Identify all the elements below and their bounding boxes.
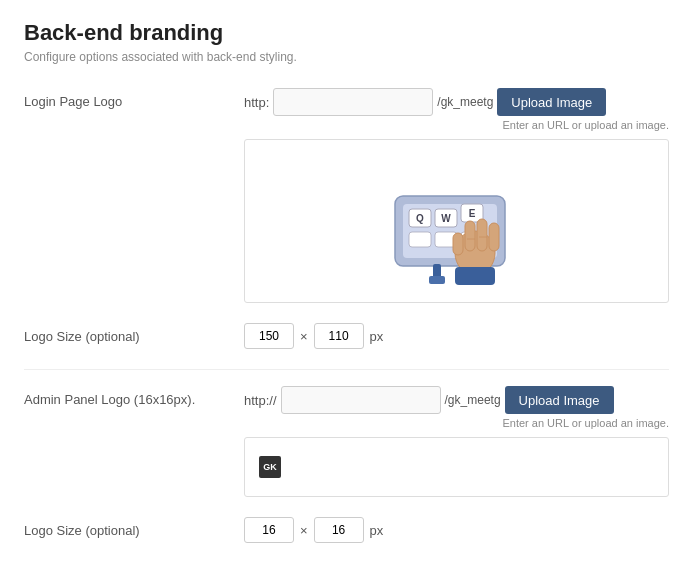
login-upload-button[interactable]: Upload Image bbox=[497, 88, 606, 116]
page-title: Back-end branding bbox=[24, 20, 669, 46]
svg-text:E: E bbox=[468, 208, 475, 219]
section-divider bbox=[24, 369, 669, 370]
login-size-px: px bbox=[370, 329, 384, 344]
svg-rect-15 bbox=[477, 219, 487, 251]
login-logo-preview: Q W E bbox=[244, 139, 669, 303]
admin-url-suffix: /gk_meetg bbox=[445, 393, 501, 407]
svg-text:W: W bbox=[441, 213, 451, 224]
admin-url-input[interactable] bbox=[281, 386, 441, 414]
login-size-x: × bbox=[300, 329, 308, 344]
page-subtitle: Configure options associated with back-e… bbox=[24, 50, 669, 64]
admin-width-input[interactable] bbox=[244, 517, 294, 543]
svg-rect-16 bbox=[489, 223, 499, 251]
login-url-suffix: /gk_meetg bbox=[437, 95, 493, 109]
admin-size-inputs: × px bbox=[244, 517, 669, 543]
login-size-control: × px bbox=[244, 323, 669, 349]
keyboard-preview-image: Q W E bbox=[377, 156, 537, 286]
svg-rect-14 bbox=[465, 221, 475, 251]
svg-rect-20 bbox=[455, 267, 495, 285]
login-logo-row: Login Page Logo http: /gk_meetg Upload I… bbox=[24, 88, 669, 303]
gk-icon-text: GK bbox=[263, 462, 277, 472]
login-width-input[interactable] bbox=[244, 323, 294, 349]
login-logo-input-row: http: /gk_meetg Upload Image bbox=[244, 88, 669, 116]
admin-size-row: Logo Size (optional) × px bbox=[24, 517, 669, 543]
login-size-label: Logo Size (optional) bbox=[24, 323, 244, 344]
gk-brand-icon: GK bbox=[259, 456, 281, 478]
admin-size-label: Logo Size (optional) bbox=[24, 517, 244, 538]
login-upload-hint: Enter an URL or upload an image. bbox=[244, 119, 669, 131]
svg-rect-17 bbox=[453, 233, 463, 255]
svg-rect-12 bbox=[429, 276, 445, 284]
login-url-prefix: http: bbox=[244, 95, 269, 110]
admin-size-x: × bbox=[300, 523, 308, 538]
admin-logo-control: http:// /gk_meetg Upload Image Enter an … bbox=[244, 386, 669, 497]
admin-logo-label: Admin Panel Logo (16x16px). bbox=[24, 386, 244, 407]
admin-logo-preview: GK bbox=[244, 437, 669, 497]
admin-url-prefix: http:// bbox=[244, 393, 277, 408]
admin-height-input[interactable] bbox=[314, 517, 364, 543]
svg-rect-8 bbox=[409, 232, 431, 247]
login-url-input[interactable] bbox=[273, 88, 433, 116]
login-logo-control: http: /gk_meetg Upload Image Enter an UR… bbox=[244, 88, 669, 303]
svg-text:Q: Q bbox=[416, 213, 424, 224]
admin-upload-hint: Enter an URL or upload an image. bbox=[244, 417, 669, 429]
admin-size-px: px bbox=[370, 523, 384, 538]
login-size-inputs: × px bbox=[244, 323, 669, 349]
login-height-input[interactable] bbox=[314, 323, 364, 349]
login-size-row: Logo Size (optional) × px bbox=[24, 323, 669, 349]
login-logo-label: Login Page Logo bbox=[24, 88, 244, 109]
admin-logo-input-row: http:// /gk_meetg Upload Image bbox=[244, 386, 669, 414]
admin-upload-button[interactable]: Upload Image bbox=[505, 386, 614, 414]
admin-logo-row: Admin Panel Logo (16x16px). http:// /gk_… bbox=[24, 386, 669, 497]
admin-size-control: × px bbox=[244, 517, 669, 543]
